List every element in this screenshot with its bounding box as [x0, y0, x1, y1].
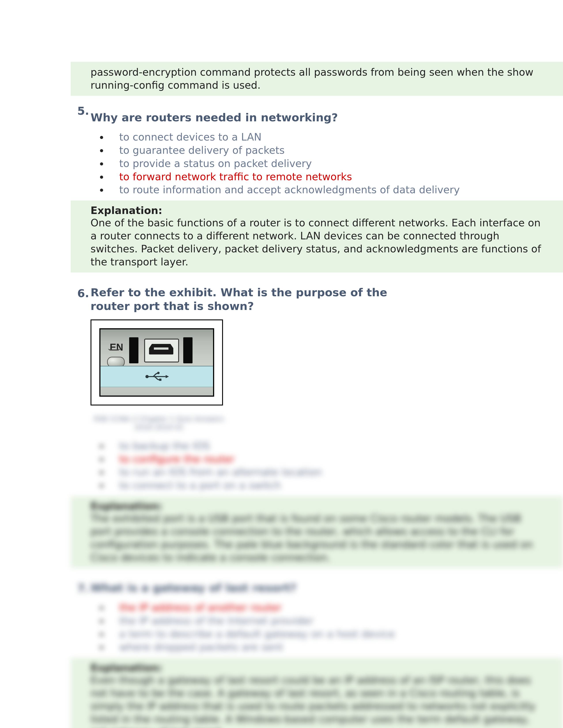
q6-answer-1: to configure the router — [108, 453, 563, 466]
q7-title: What is a gateway of last resort? — [90, 581, 563, 595]
explanation-text: The exhibited port is a USB port that is… — [90, 512, 543, 564]
panel-slot-right — [183, 337, 192, 363]
q7-answer-1: the IP address of the Internet provider — [108, 614, 563, 628]
explanation-box: password-encryption command protects all… — [71, 62, 563, 96]
explanation-label: Explanation: — [90, 500, 543, 512]
q6-answer-3: to connect to a port on a switch — [108, 479, 563, 492]
document-page: password-encryption command protects all… — [0, 0, 563, 728]
q7-answers: the IP address of another router the IP … — [90, 601, 563, 654]
q6-answer-0: to backup the IOS — [108, 439, 563, 453]
q7-number: 7. — [77, 582, 89, 595]
panel-slot-left — [129, 337, 138, 363]
q6-explanation-box: Explanation: The exhibited port is a USB… — [71, 496, 563, 568]
q7-explanation-box: Explanation: Even though a gateway of la… — [71, 658, 563, 728]
router-port-photo: EN — [99, 328, 214, 397]
q5-answer-0: to connect devices to a LAN — [108, 131, 563, 144]
q5-number: 5. — [77, 105, 89, 117]
q6-number: 6. — [77, 287, 89, 300]
q5-title: Why are routers needed in networking? — [90, 111, 563, 125]
q5-answer-3: to forward network traffic to remote net… — [108, 170, 563, 184]
svg-marker-2 — [165, 375, 169, 378]
q5-answer-1: to guarantee delivery of packets — [108, 144, 563, 157]
q5-answer-2: to provide a status on packet delivery — [108, 157, 563, 170]
en-led-mark — [108, 348, 120, 351]
console-usb-strip — [100, 366, 213, 387]
mini-usb-port — [144, 339, 179, 362]
explanation-text: Even though a gateway of last resort cou… — [90, 674, 543, 728]
q6-title: Refer to the exhibit. What is the purpos… — [90, 286, 428, 313]
q6-answer-2: to run an IOS from an alternate location — [108, 466, 563, 479]
q5-answers: to connect devices to a LAN to guarantee… — [90, 131, 563, 197]
q5-block: Why are routers needed in networking? to… — [90, 111, 563, 272]
svg-point-3 — [157, 372, 160, 374]
svg-rect-4 — [159, 379, 161, 381]
explanation-text: password-encryption command protects all… — [90, 66, 533, 91]
explanation-label: Explanation: — [90, 662, 543, 674]
en-label: EN — [110, 342, 123, 353]
q7-answer-2: a term to describe a default gateway on … — [108, 628, 563, 641]
explanation-label: Explanation: — [90, 205, 543, 216]
q5-explanation-box: Explanation: One of the basic functions … — [71, 201, 563, 272]
usb-icon — [145, 369, 169, 384]
q7-answer-3: where dropped packets are sent — [108, 641, 563, 654]
exhibit-figure: EN — [90, 319, 223, 405]
blurred-preview-region: RSE CCNA 2 Chapter 1 Quiz Answers 2018 2… — [90, 415, 563, 728]
exhibit-caption: RSE CCNA 2 Chapter 1 Quiz Answers 2018 2… — [90, 415, 227, 432]
q6-block: Refer to the exhibit. What is the purpos… — [90, 286, 563, 728]
q7-answer-0: the IP address of another router — [108, 601, 563, 614]
q4-explanation-continued: password-encryption command protects all… — [90, 62, 563, 96]
q5-answer-4: to route information and accept acknowle… — [108, 183, 563, 197]
q6-answers: to backup the IOS to configure the route… — [90, 439, 563, 492]
explanation-text: One of the basic functions of a router i… — [90, 216, 543, 268]
